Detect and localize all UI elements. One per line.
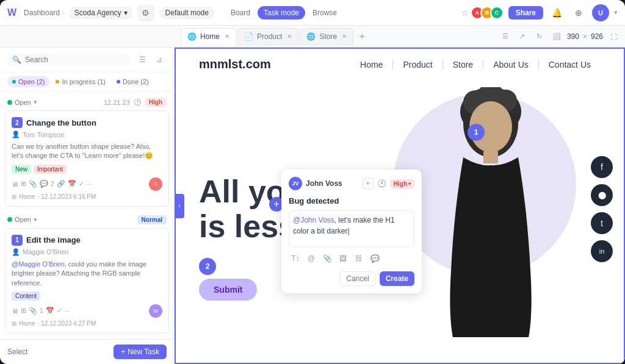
task-num-2: 1 xyxy=(12,235,23,246)
check-icon-2[interactable]: ✓ xyxy=(57,307,62,315)
view-tabs: Board Task mode Browse xyxy=(225,6,343,20)
task-avatar-1: T xyxy=(149,177,162,191)
task-tags-2: Content xyxy=(12,291,162,301)
task-title-text-2: Edit the image xyxy=(26,235,81,244)
browser-tab-home[interactable]: 🌐 Home ✕ xyxy=(181,28,236,45)
date-icon-2[interactable]: 📅 xyxy=(46,307,54,315)
home-icon-2: ⊞ xyxy=(12,320,16,327)
gear-button[interactable]: ⚙ xyxy=(137,4,154,21)
attachment-icon[interactable]: 📎 xyxy=(29,180,37,188)
cancel-button[interactable]: Cancel xyxy=(339,271,375,286)
popup-add-assignee[interactable]: + xyxy=(363,178,374,189)
link-icon[interactable]: 🔗 xyxy=(57,180,65,188)
tab-close-icon[interactable]: ✕ xyxy=(342,33,347,40)
popup-priority-badge[interactable]: High ▾ xyxy=(390,179,414,188)
layout-icon[interactable]: ⬜ xyxy=(550,30,563,43)
search-input[interactable] xyxy=(25,55,125,64)
twitter-icon[interactable]: t xyxy=(591,212,613,234)
copy-icon-2[interactable]: ⊞ xyxy=(21,307,26,315)
tab-browse[interactable]: Browse xyxy=(306,6,343,20)
comment-count: 2 xyxy=(51,180,54,187)
workspace-selector[interactable]: Scoda Agency ▾ xyxy=(70,7,132,19)
mention-icon[interactable]: @ xyxy=(305,252,318,265)
fullscreen-icon[interactable]: ⛶ xyxy=(607,30,620,43)
attachment-tool-icon[interactable]: 📎 xyxy=(320,252,334,265)
viewport-separator: × xyxy=(583,32,587,41)
status-tabs: Open (2) In progress (1) Done (2) xyxy=(0,73,174,91)
image-tool-icon[interactable]: 🖼 xyxy=(336,252,350,265)
submit-button[interactable]: Submit xyxy=(199,279,257,301)
collapse-panel-button[interactable]: ‹ xyxy=(175,194,184,218)
status-tab-open[interactable]: Open (2) xyxy=(7,76,49,87)
panel-footer: Select + New Task xyxy=(0,339,174,364)
text-cursor xyxy=(347,227,349,235)
nav-home[interactable]: Home xyxy=(350,60,393,70)
popup-assignee-name: John Voss xyxy=(306,179,359,188)
pin-top-right[interactable]: 1 xyxy=(468,124,485,141)
new-task-button[interactable]: + New Task xyxy=(114,344,167,359)
linkedin-icon[interactable]: in xyxy=(591,240,613,262)
create-button[interactable]: Create xyxy=(380,271,414,286)
breadcrumb-root: Dashboard xyxy=(24,9,60,17)
status-tab-progress[interactable]: In progress (1) xyxy=(51,76,110,87)
copy-icon[interactable]: ⊞ xyxy=(21,180,26,188)
status-tab-done[interactable]: Done (2) xyxy=(112,76,154,87)
done-tab-label: Done (2) xyxy=(123,78,149,85)
text-format-icon[interactable]: T↕ xyxy=(289,252,302,265)
nav-about[interactable]: About Us xyxy=(483,60,539,70)
pin-1-circle[interactable]: 1 xyxy=(468,124,485,141)
browser-tab-product[interactable]: 📄 Product ✕ xyxy=(237,28,298,45)
notifications-icon[interactable]: ⊕ xyxy=(570,4,587,21)
tab-taskmode[interactable]: Task mode xyxy=(258,6,305,20)
tasks-area: Open ▾ 12.21.23 🕐 High 2 Change the butt… xyxy=(0,91,174,339)
monitor-icon-2[interactable]: 🖥 xyxy=(12,307,18,315)
monitor-icon[interactable]: 🖥 xyxy=(12,180,18,188)
task-group-header-1: Open ▾ 12.21.23 🕐 High xyxy=(5,96,169,110)
instagram-icon[interactable]: ⬤ xyxy=(591,184,613,206)
user-avatar[interactable]: U xyxy=(592,4,609,21)
attachment-icon-2[interactable]: 📎 xyxy=(29,307,37,315)
tab-board[interactable]: Board xyxy=(225,6,256,20)
date-icon[interactable]: 📅 xyxy=(68,180,76,188)
emoji-tool-icon[interactable]: 💬 xyxy=(368,252,381,265)
mode-pill[interactable]: Default mode xyxy=(159,7,215,19)
tab-close-icon[interactable]: ✕ xyxy=(287,33,292,40)
comment-icon[interactable]: 💬 xyxy=(40,180,48,188)
more-icon[interactable]: ··· xyxy=(87,180,92,188)
link-tool-icon[interactable]: ⛓ xyxy=(352,252,366,265)
refresh-icon[interactable]: ↻ xyxy=(533,30,546,43)
task-tags-1: New Important xyxy=(12,165,162,174)
tab-icon: 🌐 xyxy=(187,32,197,41)
list-icon[interactable]: ☰ xyxy=(135,52,150,67)
task-status-indicator: Open ▾ xyxy=(7,98,37,106)
priority-chevron-icon: ▾ xyxy=(408,181,411,187)
facebook-icon[interactable]: f xyxy=(591,156,613,178)
check-icon[interactable]: ✓ xyxy=(79,180,84,188)
site-logo: mnmlst.com xyxy=(199,57,271,71)
star-icon[interactable]: ☆ xyxy=(461,8,469,18)
task-actions-2: 🖥 ⊞ 📎 1 📅 ✓ ··· M xyxy=(12,304,162,318)
popup-toolbar: T↕ @ 📎 🖼 ⛓ 💬 xyxy=(289,252,414,265)
nav-contact[interactable]: Contact Us xyxy=(539,60,601,70)
task-status-text-2: Open xyxy=(15,216,31,223)
panel-icons: ☰ ⊿ xyxy=(135,52,167,67)
popup-avatar: JV xyxy=(289,177,302,190)
open-status-dot-2 xyxy=(7,217,12,222)
breadcrumb-sep: › xyxy=(62,9,65,17)
user-chevron-icon[interactable]: ▾ xyxy=(614,9,618,16)
comment-popup: JV John Voss + 🕐 High ▾ Bug detected xyxy=(281,170,422,293)
assignee-name-2: Maggie O'Brien xyxy=(23,248,68,255)
filter-icon[interactable]: ⊿ xyxy=(152,52,167,67)
select-button[interactable]: Select xyxy=(7,348,27,356)
nav-product[interactable]: Product xyxy=(393,60,443,70)
share-button[interactable]: Share xyxy=(508,6,543,20)
list-view-icon[interactable]: ☰ xyxy=(499,30,512,43)
tab-close-icon[interactable]: ✕ xyxy=(225,33,229,40)
more-icon-2[interactable]: ··· xyxy=(65,307,70,315)
popup-mention: @John Voss xyxy=(293,216,334,224)
nav-store[interactable]: Store xyxy=(443,60,483,70)
add-tab-button[interactable]: + xyxy=(355,29,369,44)
bell-icon[interactable]: 🔔 xyxy=(548,4,565,21)
external-link-icon[interactable]: ↗ xyxy=(516,30,529,43)
browser-tab-store[interactable]: 🌐 Store ✕ xyxy=(300,28,353,45)
